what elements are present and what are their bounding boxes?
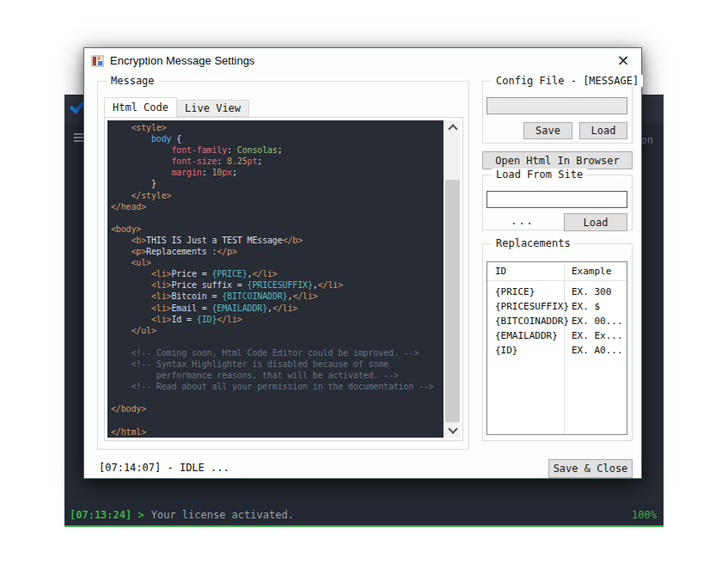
- editor-scrollbar[interactable]: [445, 120, 460, 438]
- code-line: font-size: 8.25pt;: [111, 156, 444, 167]
- dialog-title-bar[interactable]: Encryption Message Settings ×: [84, 48, 641, 74]
- tab-strip: Html CodeLive View: [104, 97, 248, 117]
- replacement-row[interactable]: {PRICESUFFIX}EX. $: [487, 300, 627, 315]
- code-line: <b>THIS IS Just a TEST MEssage</b>: [111, 235, 444, 246]
- open-html-in-browser-button[interactable]: Open Html In Browser: [482, 151, 633, 169]
- code-line: </ul>: [111, 325, 444, 336]
- config-file-group-label: Config File - [MESSAGE]: [492, 75, 643, 87]
- replacements-group-label: Replacements: [492, 237, 575, 249]
- code-editor[interactable]: <style> body { font-family: Consolas; fo…: [107, 120, 444, 438]
- code-line: <ul>: [111, 257, 444, 268]
- site-load-button[interactable]: Load: [564, 213, 627, 231]
- code-line: performance reasons, that will be activa…: [111, 370, 444, 381]
- replacement-id: {PRICE}: [495, 286, 535, 297]
- code-line: </head>: [111, 201, 444, 212]
- browse-button[interactable]: ...: [503, 213, 542, 229]
- app-status-bar: [07:13:24] > Your license activated. 100…: [64, 504, 664, 527]
- close-icon[interactable]: ×: [609, 48, 638, 74]
- column-header-example[interactable]: Example: [572, 266, 611, 277]
- scrollbar-up-icon[interactable]: [445, 120, 460, 135]
- code-line: <li>Price suffix = {PRICESUFFIX},</li>: [111, 279, 444, 291]
- replacement-row[interactable]: {BITCOINADDR}EX. 00...: [487, 315, 627, 329]
- code-line: body {: [111, 133, 444, 144]
- code-line: </style>: [111, 190, 444, 201]
- code-line: [111, 414, 444, 426]
- dialog-title: Encryption Message Settings: [110, 54, 254, 67]
- code-line: <body>: [111, 224, 444, 235]
- code-line: [111, 392, 444, 403]
- replacements-table-header[interactable]: ID Example: [487, 262, 627, 281]
- code-line: font-family: Consolas;: [111, 144, 444, 156]
- tab-live-view[interactable]: Live View: [176, 100, 249, 117]
- load-from-site-group-label: Load From Site: [492, 169, 587, 181]
- replacement-id: {EMAILADDR}: [495, 330, 558, 341]
- replacement-example: EX. 00...: [572, 316, 623, 327]
- replacement-example: EX. Ex...: [572, 330, 623, 341]
- code-line: }: [111, 178, 444, 189]
- code-line: [111, 336, 444, 347]
- message-group-label: Message: [107, 75, 159, 87]
- dialog-status-label: [07:14:07] - IDLE ...: [99, 462, 229, 474]
- code-line: <li>Id = {ID}</li>: [111, 314, 444, 325]
- code-line: </html>: [111, 426, 444, 438]
- code-line: <li>Email = {EMAILADDR},</li>: [111, 303, 444, 314]
- code-line: <style>: [111, 122, 444, 133]
- form-icon: [91, 54, 105, 68]
- background-partial-text: on: [641, 134, 653, 146]
- code-line: <li>Price = {PRICE},</li>: [111, 268, 444, 279]
- replacement-row[interactable]: {EMAILADDR}EX. Ex...: [487, 329, 627, 344]
- code-line: [111, 212, 444, 224]
- replacement-example: EX. A0...: [572, 345, 623, 356]
- save-and-close-button[interactable]: Save & Close: [548, 459, 633, 478]
- tab-panel-html-code: <style> body { font-family: Consolas; fo…: [104, 117, 463, 441]
- code-line: <!-- Coming soon, Html Code Editor could…: [111, 347, 444, 359]
- tab-html-code[interactable]: Html Code: [104, 97, 177, 117]
- replacements-table: ID Example {PRICE}EX. 300{PRICESUFFIX}EX…: [486, 261, 627, 435]
- app-status-message: Your license activated.: [151, 509, 294, 521]
- replacements-rows: {PRICE}EX. 300{PRICESUFFIX}EX. ${BITCOIN…: [487, 285, 627, 359]
- replacement-id: {BITCOINADDR}: [495, 316, 569, 327]
- app-status-timestamp: [07:13:24] >: [70, 509, 144, 521]
- site-url-input[interactable]: [486, 191, 627, 208]
- scrollbar-down-icon[interactable]: [445, 423, 460, 438]
- code-line: <!-- Read about all your permission in t…: [111, 381, 444, 392]
- dialog-encryption-message-settings: Encryption Message Settings × Message Ht…: [83, 47, 642, 479]
- replacement-example: EX. $: [572, 301, 600, 312]
- code-line: <!-- Syntax Highlighter is disabled beca…: [111, 359, 444, 370]
- replacement-row[interactable]: {PRICE}EX. 300: [487, 285, 627, 300]
- replacement-id: {ID}: [495, 345, 518, 356]
- config-file-input[interactable]: [486, 97, 627, 114]
- column-header-id[interactable]: ID: [495, 266, 506, 277]
- code-line: </body>: [111, 403, 444, 414]
- config-save-button[interactable]: Save: [523, 122, 572, 139]
- code-line: <li>Bitcoin = {BITCOINADDR},</li>: [111, 291, 444, 302]
- code-line: margin: 10px;: [111, 167, 444, 178]
- code-line: <p>Replacements :</p>: [111, 246, 444, 257]
- replacement-id: {PRICESUFFIX}: [495, 301, 569, 312]
- replacement-row[interactable]: {ID}EX. A0...: [487, 344, 627, 359]
- scrollbar-thumb[interactable]: [445, 180, 460, 422]
- app-status-progress: 100%: [632, 509, 657, 521]
- replacement-example: EX. 300: [572, 286, 611, 297]
- config-load-button[interactable]: Load: [579, 122, 627, 139]
